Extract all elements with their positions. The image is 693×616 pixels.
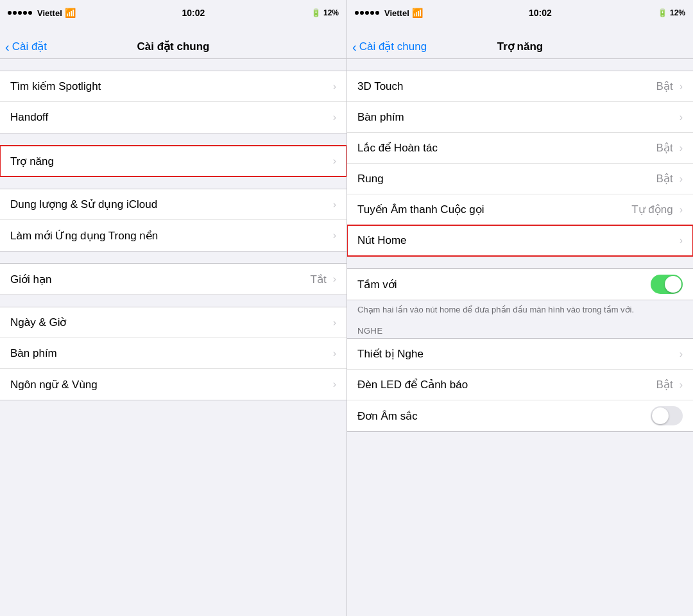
left-panel: Viettel 📶 10:02 🔋 12% ‹ Cài đặt Cài đặt … [0, 0, 346, 616]
carrier-left: Viettel [37, 8, 62, 18]
signal-dots [8, 11, 32, 15]
nghe-section-label: NGHE [347, 321, 693, 338]
list-item-tuyen-am[interactable]: Tuyến Âm thanh Cuộc gọi Tự động › [347, 194, 693, 225]
back-button-right[interactable]: ‹ Cài đặt chung [352, 40, 427, 53]
chevron-icon: › [333, 379, 336, 390]
battery-pct-right: 12% [670, 8, 685, 17]
list-item[interactable]: Tìm kiếm Spotlight › [0, 71, 346, 102]
list-item-rung[interactable]: Rung Bật › [347, 164, 693, 194]
section-3-left: Dung lượng & Sử dụng iCloud › Làm mới Ứn… [0, 189, 346, 252]
list-item-den-led[interactable]: Đèn LED để Cảnh báo Bật › [347, 370, 693, 400]
list-item[interactable]: Ngày & Giờ › [0, 307, 346, 338]
back-arrow-right: ‹ [352, 40, 357, 53]
nav-title-left: Cài đặt chung [137, 40, 210, 53]
back-arrow-left: ‹ [5, 40, 10, 53]
chevron-icon: › [680, 204, 683, 216]
battery-pct-left: 12% [323, 8, 339, 17]
time-right: 10:02 [529, 8, 552, 18]
chevron-icon: › [680, 235, 683, 246]
section-1-left: Tìm kiếm Spotlight › Handoff › [0, 71, 346, 133]
section-2-left: Trợ năng › [0, 145, 346, 177]
status-bar-left: Viettel 📶 10:02 🔋 12% [0, 0, 346, 26]
chevron-icon: › [680, 112, 683, 123]
tam-voi-footer: Chạm hai lần vào nút home để đưa phần đầ… [347, 300, 693, 321]
battery-icon-left: 🔋 [311, 8, 321, 17]
battery-icon-right: 🔋 [658, 8, 667, 17]
list-item-lac[interactable]: Lắc để Hoàn tác Bật › [347, 133, 693, 164]
list-item-don-am-sac[interactable]: Đơn Âm sắc [347, 400, 693, 431]
section-4-left: Giới hạn Tắt › [0, 263, 346, 295]
wifi-icon-right: 📶 [412, 8, 423, 18]
list-item-thiet-bi-nghe[interactable]: Thiết bị Nghe › [347, 339, 693, 370]
section-tam-voi: Tầm với [347, 268, 693, 300]
list-item-tro-nang[interactable]: Trợ năng › [0, 146, 346, 176]
carrier-right: Viettel [384, 8, 409, 18]
back-label-left: Cài đặt [12, 40, 47, 53]
list-item[interactable]: Bàn phím › [0, 338, 346, 369]
chevron-icon: › [333, 317, 336, 329]
list-item[interactable]: Dung lượng & Sử dụng iCloud › [0, 189, 346, 220]
nav-header-right: ‹ Cài đặt chung Trợ năng [347, 26, 693, 59]
list-item-ban-phim[interactable]: Bàn phím › [347, 102, 693, 133]
nav-header-left: ‹ Cài đặt Cài đặt chung [0, 26, 346, 59]
chevron-icon: › [680, 348, 683, 360]
time-left: 10:02 [182, 8, 205, 18]
toggle-don-am-sac[interactable] [651, 406, 683, 425]
list-item[interactable]: Giới hạn Tắt › [0, 264, 346, 295]
status-right-left: 🔋 12% [311, 8, 339, 17]
list-item-tam-voi[interactable]: Tầm với [347, 269, 693, 300]
list-item[interactable]: Handoff › [0, 102, 346, 133]
chevron-icon: › [680, 81, 683, 92]
chevron-icon: › [680, 142, 683, 154]
chevron-icon: › [333, 348, 336, 359]
section-1-right: 3D Touch Bật › Bàn phím › Lắc để Hoàn tá… [347, 71, 693, 257]
list-item-3d-touch[interactable]: 3D Touch Bật › [347, 71, 693, 102]
right-panel: Viettel 📶 10:02 🔋 12% ‹ Cài đặt chung Tr… [346, 0, 693, 616]
chevron-icon: › [333, 273, 336, 285]
chevron-icon: › [333, 112, 336, 123]
list-item-nut-home[interactable]: Nút Home › [347, 225, 693, 256]
list-item[interactable]: Ngôn ngữ & Vùng › [0, 369, 346, 400]
chevron-icon: › [333, 81, 336, 92]
chevron-icon: › [333, 155, 336, 167]
section-5-left: Ngày & Giờ › Bàn phím › Ngôn ngữ & Vùng … [0, 307, 346, 400]
section-nghe: Thiết bị Nghe › Đèn LED để Cảnh báo Bật … [347, 338, 693, 432]
status-bar-right: Viettel 📶 10:02 🔋 12% [347, 0, 693, 26]
status-left: Viettel 📶 [8, 8, 76, 18]
chevron-icon: › [333, 230, 336, 241]
signal-dots-right [355, 11, 379, 15]
back-label-right: Cài đặt chung [359, 40, 427, 53]
status-right-right: 🔋 12% [658, 8, 685, 17]
chevron-icon: › [680, 379, 683, 391]
back-button-left[interactable]: ‹ Cài đặt [5, 40, 47, 53]
list-item[interactable]: Làm mới Ứng dụng Trong nền › [0, 220, 346, 251]
toggle-tam-voi[interactable] [651, 275, 683, 294]
nav-title-right: Trợ năng [497, 40, 543, 53]
chevron-icon: › [680, 173, 683, 185]
chevron-icon: › [333, 199, 336, 210]
status-left-right: Viettel 📶 [355, 8, 423, 18]
wifi-icon-left: 📶 [65, 8, 76, 18]
